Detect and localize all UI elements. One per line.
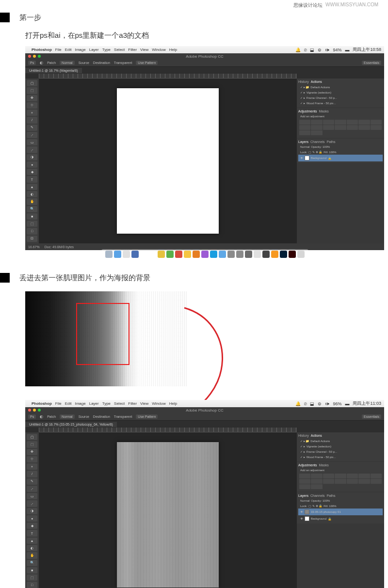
- adjustments-panel[interactable]: AdjustmentsMasks Add an adjustment: [297, 108, 384, 138]
- dock-app-icon[interactable]: [175, 251, 182, 258]
- maximize-icon[interactable]: [38, 55, 41, 58]
- menu-edit[interactable]: Edit: [65, 48, 72, 52]
- paths-tab[interactable]: Paths: [327, 140, 336, 143]
- doc-tab-1[interactable]: Untitled-1 @ 16.7% (Magenta/8): [25, 68, 82, 73]
- ps-titlebar[interactable]: Adobe Photoshop CC: [25, 407, 384, 413]
- tool-button[interactable]: ◑: [27, 508, 37, 514]
- dock-app-icon[interactable]: [262, 251, 270, 258]
- volume-icon[interactable]: 🕪: [325, 48, 329, 52]
- tool-button[interactable]: ⬚: [27, 87, 37, 94]
- dock-app-icon[interactable]: [114, 251, 121, 258]
- tool-button[interactable]: T: [27, 176, 37, 182]
- layers-panel[interactable]: LayersChannelsPaths Normal Opacity: 100%…: [297, 139, 384, 163]
- mac-menubar[interactable]: Photoshop File Edit Image Layer Type Sel…: [25, 400, 384, 407]
- right-panels[interactable]: HistoryActions ✓ ▸ 📁 Default Actions ✓ ▸…: [297, 432, 384, 588]
- menu-window[interactable]: Window: [152, 48, 165, 52]
- actions-panel[interactable]: HistoryActions ✓ ▸ 📁 Default Actions ✓ ▸…: [297, 432, 384, 461]
- action-item[interactable]: ✓ ▸ Vignette (selection): [298, 444, 383, 449]
- menu-window[interactable]: Window: [152, 401, 165, 406]
- action-item[interactable]: ✓ ▸ Wood Frame - 50 pix...: [298, 454, 383, 460]
- opt-trans[interactable]: Transparent: [114, 415, 132, 418]
- window-controls[interactable]: [28, 409, 41, 412]
- fill-label[interactable]: Fill: 100%: [323, 505, 336, 508]
- dock-app-icon[interactable]: [219, 251, 226, 258]
- tool-button[interactable]: ✋: [27, 552, 37, 558]
- blend-mode[interactable]: Normal: [300, 499, 309, 502]
- opt-dst[interactable]: Destination: [93, 415, 110, 418]
- tool-button[interactable]: ⌖: [27, 463, 37, 470]
- workspace-selector[interactable]: Essentials: [362, 61, 381, 65]
- action-item[interactable]: ✓ ▸ 📁 Default Actions: [298, 438, 383, 444]
- tool-button[interactable]: ✋: [27, 198, 37, 205]
- menu-view[interactable]: View: [140, 401, 148, 406]
- right-panels[interactable]: HistoryActions ✓ ▸ 📁 Default Actions ✓ ▸…: [297, 79, 384, 243]
- menu-app[interactable]: Photoshop: [32, 401, 52, 406]
- opt-use[interactable]: Use Pattern: [136, 61, 158, 65]
- channels-tab[interactable]: Channels: [310, 140, 325, 143]
- action-item[interactable]: ✓ ▸ Frame Channel - 50 p...: [298, 449, 383, 454]
- options-bar[interactable]: Ps ◐ Patch Normal Source Destination Tra…: [25, 413, 384, 421]
- actions-tab[interactable]: Actions: [311, 80, 322, 83]
- tool-button[interactable]: ▭: [27, 139, 37, 145]
- opt-trans[interactable]: Transparent: [114, 61, 132, 64]
- opt-dst[interactable]: Destination: [93, 61, 110, 64]
- menu-layer[interactable]: Layer: [89, 401, 99, 406]
- layer-background[interactable]: 👁 Background 🔒: [298, 515, 383, 522]
- action-item[interactable]: ✓ ▸ 📁 Default Actions: [298, 84, 383, 90]
- dock-app-icon[interactable]: [131, 251, 139, 258]
- tool-button[interactable]: ◆: [27, 523, 37, 529]
- adjustments-tab[interactable]: Adjustments: [298, 110, 317, 113]
- tool-button[interactable]: ▲: [27, 538, 37, 544]
- dock-app-icon[interactable]: [245, 251, 252, 258]
- tool-button[interactable]: ⊹: [27, 456, 37, 462]
- battery-icon[interactable]: ▬: [345, 401, 349, 406]
- opt-mode[interactable]: Normal: [60, 61, 75, 65]
- tool-icon[interactable]: ◐: [40, 61, 43, 65]
- menu-type[interactable]: Type: [102, 48, 111, 52]
- battery-icon[interactable]: ▬: [345, 48, 349, 52]
- dock-app-icon[interactable]: [149, 251, 156, 258]
- ps-titlebar[interactable]: Adobe Photoshop CC: [25, 53, 384, 59]
- menu-layer[interactable]: Layer: [89, 48, 99, 52]
- opacity-label[interactable]: Opacity: 100%: [311, 499, 330, 502]
- tool-button[interactable]: ●: [27, 161, 37, 168]
- mac-menubar[interactable]: Photoshop File Edit Image Layer Type Sel…: [25, 46, 384, 53]
- dock-app-icon[interactable]: [166, 251, 174, 258]
- tool-button[interactable]: ✥: [27, 449, 37, 455]
- ps-logo-icon[interactable]: Ps: [28, 61, 36, 65]
- menu-filter[interactable]: Filter: [128, 48, 137, 52]
- document-tabs[interactable]: Untitled-1 @ 16.7% (Magenta/8): [25, 67, 384, 74]
- menu-help[interactable]: Help: [169, 401, 177, 406]
- tool-button[interactable]: □: [27, 228, 37, 234]
- action-item[interactable]: ✓ ▸ Wood Frame - 50 pix...: [298, 100, 383, 106]
- document-tabs[interactable]: Untitled-1 @ 16.7% (33-05-15_photocopy_0…: [25, 421, 384, 428]
- dock-app-icon[interactable]: [193, 251, 200, 258]
- wifi-icon[interactable]: ⊚: [318, 401, 322, 406]
- dock-app-icon[interactable]: [123, 251, 130, 258]
- tool-button[interactable]: ⟋: [27, 146, 37, 153]
- actions-tab[interactable]: Actions: [311, 434, 322, 437]
- tool-button[interactable]: ■: [27, 567, 37, 573]
- dock-app-icon[interactable]: [236, 251, 243, 258]
- action-item[interactable]: ✓ ▸ Frame Channel - 50 p...: [298, 95, 383, 100]
- dock-app-icon[interactable]: [271, 251, 278, 258]
- menu-app[interactable]: Photoshop: [32, 48, 52, 52]
- tool-button[interactable]: /: [27, 471, 37, 477]
- tool-button[interactable]: ⟋: [27, 500, 37, 507]
- tools-panel[interactable]: ▢⬚✥⊹⌖/✎⟋▭⟋◑●◆T▲◐✋🔍■⬚□⊡: [25, 432, 39, 588]
- horizontal-ruler[interactable]: [39, 428, 297, 432]
- tool-button[interactable]: ▢: [27, 80, 37, 86]
- tool-button[interactable]: /: [27, 117, 37, 123]
- minimize-icon[interactable]: [33, 409, 36, 412]
- adjustments-panel[interactable]: AdjustmentsMasks Add an adjustment: [297, 462, 384, 492]
- menu-view[interactable]: View: [140, 48, 148, 52]
- tool-button[interactable]: ◐: [27, 191, 37, 197]
- dock-app-icon[interactable]: [254, 251, 261, 258]
- tool-button[interactable]: ✥: [27, 95, 37, 101]
- menu-filter[interactable]: Filter: [128, 401, 137, 406]
- dock-app-icon[interactable]: [184, 251, 191, 258]
- layers-tab[interactable]: Layers: [298, 140, 308, 143]
- tool-button[interactable]: ▭: [27, 493, 37, 499]
- menu-type[interactable]: Type: [102, 401, 111, 406]
- adjustment-icons[interactable]: [298, 473, 383, 490]
